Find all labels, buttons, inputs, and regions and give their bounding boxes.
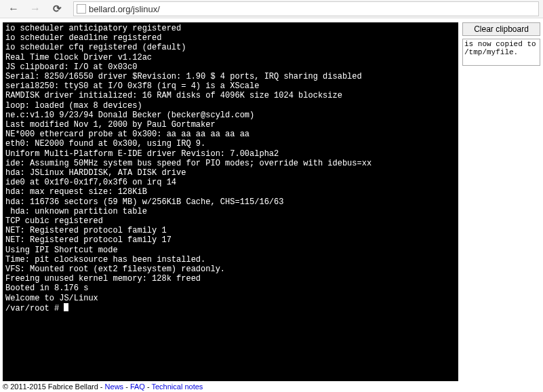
terminal-output[interactable]: io scheduler anticipatory registered io … <box>3 22 458 381</box>
copyright-text: © 2011-2015 Fabrice Bellard - <box>3 383 105 391</box>
back-button[interactable]: ← <box>4 1 23 16</box>
news-link[interactable]: News <box>105 383 124 391</box>
reload-button[interactable]: ⟳ <box>47 1 66 16</box>
footer: © 2011-2015 Fabrice Bellard - News - FAQ… <box>3 383 203 391</box>
faq-link[interactable]: FAQ <box>130 383 145 391</box>
tech-notes-link[interactable]: Technical notes <box>152 383 203 391</box>
page-icon <box>77 4 86 14</box>
page-content: io scheduler anticipatory registered io … <box>0 18 543 381</box>
url-text: bellard.org/jslinux/ <box>89 4 160 14</box>
footer-sep1: - <box>125 383 130 391</box>
forward-button[interactable]: → <box>26 1 45 16</box>
clipboard-panel: Clear clipboard <box>462 22 540 66</box>
browser-toolbar: ← → ⟳ bellard.org/jslinux/ <box>0 0 543 18</box>
address-bar[interactable]: bellard.org/jslinux/ <box>73 1 539 16</box>
clear-clipboard-button[interactable]: Clear clipboard <box>462 22 540 36</box>
clipboard-textarea[interactable] <box>462 39 540 66</box>
